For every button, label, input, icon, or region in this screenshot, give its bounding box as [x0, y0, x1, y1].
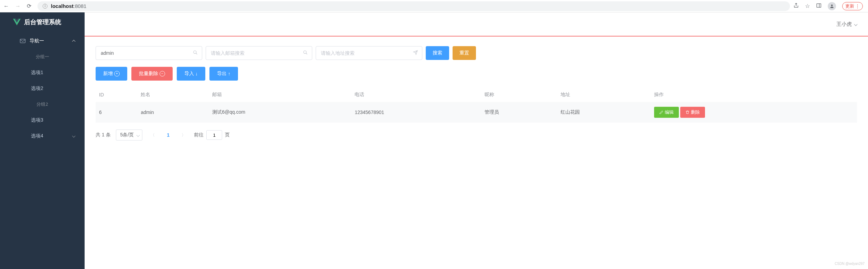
search-address-wrap	[316, 46, 422, 60]
th-action: 操作	[651, 87, 857, 102]
goto-suffix: 页	[225, 132, 230, 138]
th-address: 地址	[557, 87, 651, 102]
search-icon[interactable]	[303, 50, 308, 56]
browser-chrome: ← → ⟳ i localhost:8081 ☆ 更新	[0, 0, 868, 12]
cell-email: 测试6@qq.com	[209, 102, 351, 123]
search-email-wrap	[206, 46, 312, 60]
svg-point-2	[831, 4, 833, 6]
cell-name: admin	[137, 102, 209, 123]
search-icon[interactable]	[193, 50, 198, 56]
cell-nickname: 管理员	[481, 102, 557, 123]
nav-item-option4[interactable]: 选项4	[0, 128, 85, 144]
topbar: 王小虎	[85, 12, 868, 37]
nav-item-option3[interactable]: 选项3	[0, 112, 85, 128]
back-icon[interactable]: ←	[3, 3, 9, 9]
watermark: CSDN @wdyan297	[835, 262, 865, 266]
th-email: 邮箱	[209, 87, 351, 102]
user-menu[interactable]: 王小虎	[836, 21, 857, 28]
svg-rect-3	[20, 39, 25, 43]
search-name-input[interactable]	[101, 50, 190, 56]
share-icon[interactable]	[793, 3, 799, 10]
prev-page-button[interactable]: 〈	[148, 130, 158, 140]
main-content: 王小虎	[85, 12, 868, 269]
cell-action: 编辑 删除	[651, 102, 857, 123]
update-button[interactable]: 更新	[842, 2, 863, 10]
svg-line-7	[306, 53, 307, 54]
svg-point-6	[304, 51, 306, 53]
address-bar[interactable]: i localhost:8081	[37, 1, 790, 11]
trash-icon	[685, 110, 690, 114]
svg-rect-0	[817, 3, 821, 7]
logo: 后台管理系统	[0, 12, 85, 33]
nav-section-1[interactable]: 导航一	[0, 33, 85, 49]
table-row: 6 admin 测试6@qq.com 12345678901 管理员 红山花园 …	[96, 102, 857, 123]
vue-logo-icon	[13, 18, 21, 26]
th-name: 姓名	[137, 87, 209, 102]
data-table: ID 姓名 邮箱 电话 昵称 地址 操作 6 admin 测试6@qq.com	[96, 87, 857, 123]
th-id: ID	[96, 87, 137, 102]
search-button[interactable]: 搜索	[426, 46, 449, 60]
download-icon: ↓	[195, 71, 198, 76]
mail-icon	[20, 39, 25, 43]
action-row: 新增+ 批量删除− 导入↓ 导出↑	[96, 67, 857, 81]
cell-phone: 12345678901	[351, 102, 481, 123]
pagination-total: 共 1 条	[96, 132, 111, 138]
search-address-input[interactable]	[321, 50, 410, 56]
svg-line-5	[196, 53, 197, 54]
star-icon[interactable]: ☆	[805, 3, 810, 9]
cell-address: 红山花园	[557, 102, 651, 123]
goto-page-input[interactable]	[206, 130, 222, 140]
sidebar: 后台管理系统 导航一 分组一 选项1 选项2 分组2 选项3 选项4	[0, 12, 85, 269]
th-phone: 电话	[351, 87, 481, 102]
plus-circle-icon: +	[114, 71, 120, 76]
nav-group-1: 分组一	[0, 49, 85, 65]
profile-icon[interactable]	[828, 2, 836, 10]
add-button[interactable]: 新增+	[96, 67, 127, 81]
site-info-icon[interactable]: i	[43, 4, 47, 9]
page-size-select[interactable]: 5条/页	[116, 130, 143, 141]
export-button[interactable]: 导出↑	[209, 67, 238, 81]
page-number[interactable]: 1	[163, 130, 173, 140]
nav-item-option1[interactable]: 选项1	[0, 65, 85, 81]
url-host: localhost	[51, 3, 74, 9]
chevron-down-icon	[73, 133, 75, 139]
svg-point-4	[194, 51, 196, 53]
panel-icon[interactable]	[816, 3, 822, 10]
cell-id: 6	[96, 102, 137, 123]
forward-icon[interactable]: →	[15, 3, 21, 9]
search-row: 搜索 重置	[96, 46, 857, 60]
batch-delete-button[interactable]: 批量删除−	[131, 67, 173, 81]
app-title: 后台管理系统	[24, 18, 61, 26]
upload-icon: ↑	[228, 71, 230, 76]
search-email-input[interactable]	[211, 50, 300, 56]
edit-button[interactable]: 编辑	[654, 107, 679, 118]
nav-section-label: 导航一	[30, 38, 44, 44]
reset-button[interactable]: 重置	[453, 46, 476, 60]
chevron-up-icon	[73, 38, 75, 44]
delete-button[interactable]: 删除	[680, 107, 705, 118]
import-button[interactable]: 导入↓	[177, 67, 205, 81]
chevron-down-icon	[855, 21, 857, 27]
send-icon[interactable]	[413, 50, 418, 56]
url-port: :8081	[74, 3, 87, 9]
nav-group-2: 分组2	[0, 96, 85, 112]
username: 王小虎	[836, 21, 852, 28]
th-nickname: 昵称	[481, 87, 557, 102]
nav-item-option2[interactable]: 选项2	[0, 81, 85, 96]
pagination: 共 1 条 5条/页 〈 1 〉 前往 页	[96, 130, 857, 141]
goto-prefix: 前往	[194, 132, 204, 138]
search-name-wrap	[96, 46, 202, 60]
reload-icon[interactable]: ⟳	[27, 3, 31, 9]
next-page-button[interactable]: 〉	[178, 130, 189, 140]
minus-circle-icon: −	[160, 71, 165, 76]
edit-icon	[659, 110, 663, 114]
